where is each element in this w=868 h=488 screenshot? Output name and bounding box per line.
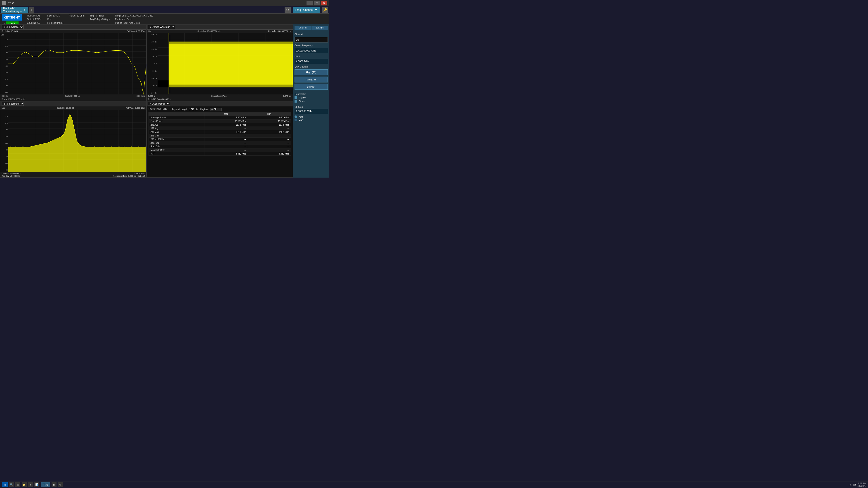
chart1-header: 1 RF Envelope [0,25,146,30]
y2-label-8: -200.0k [147,92,158,94]
metric-max-10: -4.852 kHz [205,152,248,156]
france-item[interactable]: France [294,96,328,99]
high-button[interactable]: High (78) [294,69,328,75]
tab-bar: Bluetooth 1 Transmit Analysis ▼ + ⚙ Freq… [0,6,329,13]
auto-item[interactable]: Auto [294,116,328,118]
table-row: Δf2 Max --- --- [149,134,291,137]
table-row: Δf2 Avg --- --- [149,127,291,130]
metric-name-8: Freq Drift [149,144,205,148]
chart2-footer: 0.000 s Scale/Div 287 µs 2.870 ms [147,94,293,98]
metric-name-4: Δf1 Max [149,130,205,134]
bluetooth-tab[interactable]: Bluetooth 1 Transmit Analysis ▼ [1,7,28,13]
range-info: Range: 12 dBm [69,14,85,18]
metric-max-4: 181.8 kHz [205,130,248,134]
y2-label-0: 200.0k [147,34,158,36]
chart1-digital-if: Digital IF BW 4.0000 MHz [0,98,146,101]
info-group-4: Trig: RF Burst Trig Delay: -20.0 µs [90,14,110,21]
maximize-button[interactable]: □ [314,1,320,5]
metrics-content: Packet Type DH5 Payload Length 2712 bits… [147,106,293,177]
chart4-title-select[interactable]: 4 Quad Metrics [148,102,170,106]
metric-name-2: Δf1 Avg [149,123,205,127]
sidebar-tabs: Channel Settings [294,26,328,30]
y3-label-9: -90 [0,169,8,171]
settings-tab[interactable]: Settings [311,26,328,30]
y2-label-1: 150.0k [147,41,158,43]
chart1-footer: 0.000 s Scale/Div 300 µs 3.000 ms [0,94,146,98]
table-row: Average Power 9.87 dBm 9.87 dBm [149,116,291,119]
metric-name-6: Δf2 > 115kHz [149,137,205,141]
cf-step-label: CF Step [294,106,328,108]
table-header-max: Max [205,112,248,116]
man-item[interactable]: Man [294,119,328,121]
chart1-footer-center: Scale/Div 300 µs [65,95,80,97]
info-bar: KEYSIGHT LV1 PASS Input: RFIO1 Output: R… [0,13,329,24]
metric-min-5: --- [248,134,291,137]
y1-label-6: -60 [0,72,8,74]
packettype-info: Packet Type: Auto Detect [115,22,153,25]
metric-min-2: 163.8 kHz [248,123,291,127]
y2-label-4: 0.0 [147,63,158,65]
chart1-footer-right: 3.000 ms [136,95,145,97]
france-checkbox[interactable] [294,96,297,99]
chart-rf-envelope: 1 RF Envelope Scale/Div 10.0 dB Ref Valu… [0,24,147,101]
man-radio[interactable] [294,119,297,121]
chart3-scale-div: Scale/Div 10.00 dB [57,107,74,109]
channel-tab[interactable]: Channel [294,26,311,30]
metrics-header-row: Packet Type DH5 Payload Length 2712 bits… [149,108,291,111]
y3-label-6: -60 [0,149,8,151]
payload-label: Payload [200,108,209,111]
inputz-info: Input Z: 50 Ω [47,14,64,18]
add-tab-button[interactable]: + [29,7,34,13]
mid-button[interactable]: Mid (39) [294,76,328,83]
low-button[interactable]: Low (0) [294,84,328,90]
metrics-table: Max Min Average Power 9.87 dBm 9.87 dBm … [149,112,291,156]
chart1-scale-div: Scale/Div 10.0 dB [2,30,18,33]
freq-channel-label: Freq / Channel [296,8,313,11]
others-checkbox[interactable] [294,100,297,103]
auto-radio[interactable] [294,116,297,118]
payload-length-group: Payload Length 2712 bits Payload [172,108,221,111]
metric-min-6: --- [248,137,291,141]
info-group-2: Input Z: 50 Ω Corr Freq Ref: Int (S) [47,14,64,25]
channel-input[interactable] [294,37,328,42]
chart1-title-select[interactable]: 1 RF Envelope [2,25,24,29]
y3-label-4: -40 [0,135,8,138]
span-value: 4.0000 MHz [294,59,328,64]
chart3-scale-info: Log Scale/Div 10.00 dB Ref Value 0.000 d… [0,106,146,110]
chart3-footer-row1: Center 2.412000 GHz Span 4 MHz [0,172,146,175]
close-button[interactable]: ✕ [321,1,327,5]
chart2-lin-label: Lin [148,30,151,33]
metric-max-7: --- [205,141,248,144]
key-button[interactable]: 🔑 [322,7,328,13]
chart-rf-spectrum: 3 RF Spectrum Log Scale/Div 10.00 dB Ref… [0,101,147,178]
y3-label-5: -50 [0,142,8,144]
others-item[interactable]: Others [294,99,328,103]
y1-label-5: -50 [0,65,8,67]
chart-demod-waveform: 2 Demod Waveform Lin Scale/Div 50.000000… [147,24,293,101]
chart2-scale-div: Scale/Div 50.0000000 kHz [197,30,221,33]
freqchan-info: Freq / Chan: 2.412000000 GHz, Ch10 [115,14,153,18]
chart1-svg [8,33,146,94]
payload-input[interactable] [210,108,221,111]
chart3-title-select[interactable]: 3 RF Spectrum [2,102,24,106]
title-bar: TRX1 — □ ✕ [0,0,329,6]
metric-max-5: --- [205,134,248,137]
chart2-title-select[interactable]: 2 Demod Waveform [148,25,175,29]
chart1-ref-value: Ref Value 0.00 dBm [127,30,145,33]
chart4-header: 4 Quad Metrics [147,101,293,106]
man-label: Man [299,119,303,121]
svg-rect-42 [158,88,293,94]
chart3-res-bw: Res BW 10.000 kHz [2,175,20,177]
minimize-button[interactable]: — [307,1,313,5]
gear-button[interactable]: ⚙ [285,7,291,13]
freq-channel-button[interactable]: Freq / Channel ▼ [293,7,320,13]
chart2-footer-right: 2.870 ms [283,95,291,97]
lmh-channel-label: LMH Channel [294,66,328,68]
charts-panel: 1 RF Envelope Scale/Div 10.0 dB Ref Valu… [0,24,293,177]
table-row: Max Drift Rate --- --- [149,148,291,152]
metric-max-9: --- [205,148,248,152]
metric-min-10: -4.852 kHz [248,152,291,156]
table-row: Δf1 Max 181.8 kHz 148.4 kHz [149,130,291,134]
payload-length-label: Payload Length [172,108,188,111]
chart2-scale-info: Lin Scale/Div 50.0000000 kHz Ref Value 0… [147,30,293,33]
